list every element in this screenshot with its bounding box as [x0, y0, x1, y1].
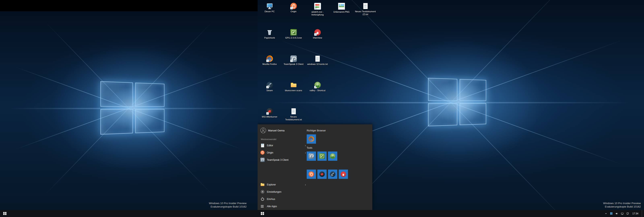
- start-item-origin[interactable]: Origin ›: [259, 149, 308, 156]
- tile-group-title: Richtiger Browser: [307, 129, 326, 132]
- start-item-label: Einstellungen: [267, 191, 281, 193]
- desktop-icon-dieser-pc[interactable]: Dieser PC: [258, 2, 282, 29]
- desktop-icon-valley[interactable]: valley - Shortcut: [306, 81, 330, 108]
- chevron-right-icon[interactable]: ›: [305, 151, 306, 154]
- monitor-right: Dieser PC Origin aida64.exe - Verknüpfun…: [258, 0, 644, 217]
- text-file-icon: [362, 3, 369, 9]
- start-tile-valley[interactable]: [328, 152, 337, 161]
- desktop-icon-origin[interactable]: Origin: [282, 2, 306, 29]
- tray-windows-insider-icon[interactable]: [610, 212, 613, 215]
- steam-icon: [266, 82, 273, 88]
- teamspeak-icon: [260, 158, 265, 162]
- tray-volume-icon[interactable]: [615, 212, 618, 215]
- desktop-icon-papierkorb[interactable]: Papierkorb: [258, 29, 282, 55]
- shortcut-arrow-icon: [290, 59, 293, 62]
- start-item-explorer[interactable]: Explorer ›: [259, 181, 308, 188]
- teamspeak-icon: [308, 153, 314, 159]
- folder-icon: [260, 183, 265, 187]
- logo-pane: [135, 109, 164, 133]
- desktop-icon-gpu-z[interactable]: GPU-Z.0.8.3.exe: [282, 29, 306, 55]
- gpu-z-icon: [319, 153, 324, 159]
- desktop-icon-teamspeak[interactable]: TeamSpeak 3 Client: [282, 55, 306, 81]
- irfanview-icon: [340, 171, 346, 177]
- recycle-bin-icon: [266, 29, 273, 35]
- start-item-teamspeak[interactable]: TeamSpeak 3 Client: [259, 157, 308, 163]
- desktop-icon-label: aida64.exe - Verknüpfung: [307, 10, 328, 16]
- start-item-alle-apps[interactable]: Alle Apps: [259, 203, 308, 210]
- folder-icon-art: [260, 183, 265, 187]
- start-item-label: Editor: [267, 144, 273, 147]
- shortcut-arrow-icon: [314, 7, 317, 10]
- start-item-einstellungen[interactable]: Einstellungen: [259, 189, 308, 195]
- desktop-icon-irfanview[interactable]: IrfanView: [306, 29, 330, 55]
- wallpaper: [0, 11, 258, 217]
- teamspeak-icon: [290, 55, 297, 62]
- windows-logo-wallpaper: [100, 81, 164, 135]
- start-tile-teamspeak[interactable]: [307, 152, 316, 161]
- logo-pane: [100, 81, 133, 107]
- windows-logo-wallpaper: [428, 78, 486, 126]
- desktop-icon-label: Mozilla Firefox: [262, 63, 277, 65]
- desktop-icon-aida64[interactable]: aida64.exe - Verknüpfung: [306, 2, 330, 29]
- system-tray: 17:34: [604, 210, 644, 217]
- desktop-icon-row: Mozilla Firefox TeamSpeak 3 Client windo…: [258, 55, 377, 81]
- desktop-icon-label: Unbenannt.PNG: [333, 10, 350, 13]
- image-file-icon: [338, 3, 345, 10]
- shortcut-arrow-icon: [266, 86, 269, 88]
- shortcut-arrow-icon: [290, 7, 293, 9]
- show-desktop-button[interactable]: [642, 210, 643, 217]
- msi-afterburner-icon: [319, 171, 324, 177]
- taskbar-left: [0, 210, 258, 217]
- gpu-z-icon: [290, 29, 297, 35]
- user-profile[interactable]: Manuel Gema: [260, 128, 284, 133]
- shortcut-arrow-icon: [266, 59, 269, 62]
- start-menu: Manuel Gema Meistverwendet Editor › Orig…: [258, 124, 372, 210]
- user-name: Manuel Gema: [268, 129, 284, 132]
- chevron-right-icon[interactable]: ›: [305, 144, 306, 147]
- desktop-icon-steam[interactable]: Steam: [258, 81, 282, 108]
- tray-chevron-up-icon[interactable]: [604, 212, 608, 215]
- desktop-icon-neues-textdokument-2[interactable]: Neues Textdokument (2).txt: [354, 2, 377, 29]
- desktop-icon-row: Dieser PC Origin aida64.exe - Verknüpfun…: [258, 2, 377, 29]
- desktop-icon-bluescreen-scans[interactable]: bluescreen scans: [282, 81, 306, 108]
- chevron-right-icon[interactable]: ›: [305, 183, 306, 186]
- start-button-left[interactable]: [0, 210, 10, 217]
- watermark-line2: Evaluierungskopie Build 10162: [603, 205, 641, 209]
- shortcut-arrow-icon: [314, 86, 317, 88]
- folder-icon: [290, 82, 297, 88]
- logo-pane: [428, 103, 457, 126]
- desktop-icon-firefox[interactable]: Mozilla Firefox: [258, 55, 282, 81]
- start-item-ein-aus[interactable]: Ein/Aus: [259, 196, 308, 203]
- taskbar-right: 17:34: [258, 210, 644, 217]
- text-file-icon: [290, 108, 297, 115]
- start-tile-msi-afterburner[interactable]: [317, 170, 327, 179]
- start-tile-steam[interactable]: [328, 170, 337, 179]
- shortcut-arrow-icon: [266, 112, 269, 115]
- tray-action-center-icon[interactable]: [626, 212, 629, 215]
- desktop-icon-label: windows 10 konto.txt: [307, 63, 328, 65]
- logo-pane: [135, 83, 164, 107]
- irfanview-icon: [314, 29, 321, 35]
- start-tile-firefox[interactable]: [307, 134, 316, 144]
- desktop-icon-unbenannt-png[interactable]: Unbenannt.PNG: [330, 2, 354, 29]
- start-item-editor[interactable]: Editor ›: [259, 142, 308, 149]
- start-tile-irfanview[interactable]: [339, 170, 348, 179]
- insider-watermark: Windows 10 Pro Insider Preview Evaluieru…: [603, 202, 641, 209]
- desktop-icon-label: bluescreen scans: [285, 89, 302, 92]
- teamspeak-icon-art: [260, 158, 265, 162]
- start-tile-origin[interactable]: [307, 170, 316, 179]
- firefox-icon: [308, 136, 314, 142]
- start-tile-gpu-z[interactable]: [317, 152, 327, 161]
- desktop-icon-windows10-konto[interactable]: windows 10 konto.txt: [306, 55, 330, 81]
- insider-watermark: Windows 10 Pro Insider Preview Evaluieru…: [209, 202, 246, 209]
- tray-network-icon[interactable]: [621, 212, 624, 215]
- desktop-icon-label: Neues Textdokument.txt: [283, 115, 304, 121]
- start-item-label: Ein/Aus: [267, 198, 275, 201]
- desktop-icon-grid: Dieser PC Origin aida64.exe - Verknüpfun…: [258, 2, 377, 134]
- start-item-label: Origin: [267, 151, 273, 154]
- power-icon: [260, 197, 265, 201]
- taskbar-clock[interactable]: 17:34: [632, 212, 638, 215]
- start-item-label: Alle Apps: [267, 205, 277, 208]
- computer-icon: [266, 3, 273, 9]
- start-button[interactable]: [258, 210, 267, 217]
